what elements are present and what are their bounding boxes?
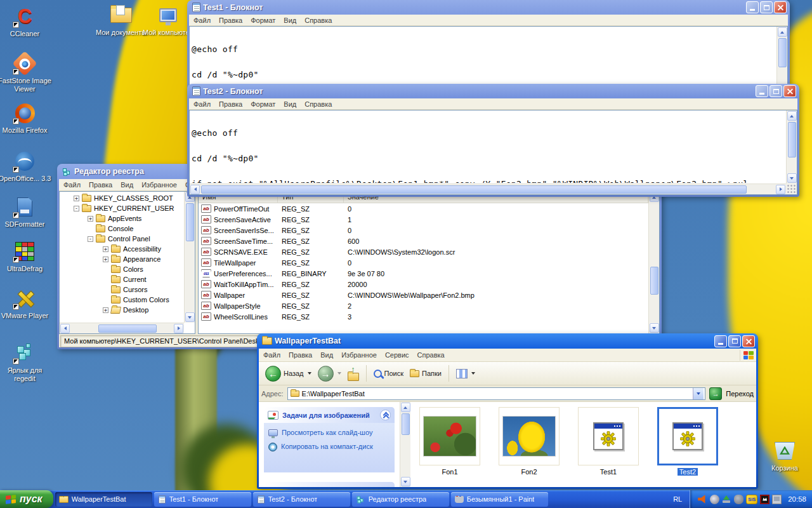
menu-help[interactable]: Справка: [304, 100, 332, 108]
value-row[interactable]: abScreenSaveTime...REG_SZ600: [199, 236, 648, 246]
tree-item-appevents[interactable]: +AppEvents: [61, 213, 184, 224]
go-button-icon[interactable]: →: [709, 387, 722, 400]
sis-utility-icon[interactable]: SiS: [746, 495, 757, 504]
taskbar-task-explorer[interactable]: WallpaperTestBat: [55, 492, 152, 507]
tree-item-custom-colors[interactable]: Custom Colors: [61, 295, 184, 305]
value-row[interactable]: 011UserPreferences...REG_BINARY9e 3e 07 …: [199, 268, 648, 279]
value-row[interactable]: abSCRNSAVE.EXEREG_SZC:\WINDOWS\System32\…: [199, 246, 648, 257]
clock[interactable]: 20:58: [788, 495, 806, 503]
task-view-slideshow[interactable]: Просмотреть как слайд-шоу: [268, 429, 390, 437]
scrollbar-thumb[interactable]: [402, 413, 410, 435]
scrollbar-thumb[interactable]: [98, 324, 157, 333]
scroll-right-button[interactable]: [174, 324, 183, 333]
folders-button[interactable]: Папки: [407, 368, 444, 378]
tree-item-hkey-classes-root[interactable]: +HKEY_CLASSES_ROOT: [61, 193, 184, 203]
scroll-down-button[interactable]: [185, 312, 195, 322]
registry-tree-pane[interactable]: +HKEY_CLASSES_ROOT -HKEY_CURRENT_USER +A…: [59, 191, 195, 334]
menu-view[interactable]: Вид: [121, 181, 133, 189]
minimize-button[interactable]: [714, 335, 727, 347]
tree-item-desktop[interactable]: +Desktop: [61, 305, 184, 315]
desktop-icon-ultradefrag[interactable]: UltraDefrag: [0, 240, 52, 273]
back-button[interactable]: ← Назад: [263, 364, 314, 383]
address-input[interactable]: E:\WallpaperTestBat: [287, 387, 706, 400]
display-icon[interactable]: [772, 495, 782, 504]
menu-file[interactable]: Файл: [263, 351, 280, 359]
menu-format[interactable]: Формат: [251, 100, 275, 108]
value-row[interactable]: abScreenSaveActiveREG_SZ1: [199, 214, 648, 225]
menu-view[interactable]: Вид: [284, 17, 296, 24]
scrollbar-thumb[interactable]: [201, 185, 747, 194]
antivirus-icon[interactable]: [760, 495, 769, 504]
scrollbar-thumb[interactable]: [650, 267, 658, 295]
collapse-chevron-icon[interactable]: [380, 410, 391, 420]
menu-view[interactable]: Вид: [284, 100, 296, 108]
menu-favorites[interactable]: Избранное: [141, 181, 177, 189]
desktop-icon-faststone[interactable]: FastStone Image Viewer: [0, 52, 52, 93]
close-button[interactable]: [783, 85, 796, 97]
explorer-titlebar[interactable]: WallpaperTestBat: [259, 333, 756, 349]
minimize-button[interactable]: [756, 85, 768, 97]
volume-icon[interactable]: [698, 495, 707, 504]
forward-dropdown-caret[interactable]: [337, 372, 341, 375]
menu-edit[interactable]: Правка: [289, 351, 312, 359]
menu-file[interactable]: Файл: [193, 100, 211, 108]
tree-item-accessibility[interactable]: +Accessibility: [61, 244, 184, 254]
menu-view[interactable]: Вид: [320, 351, 333, 359]
menu-file[interactable]: Файл: [63, 181, 81, 189]
value-row[interactable]: abWallpaperREG_SZC:\WINDOWS\Web\Wallpape…: [199, 290, 648, 300]
menu-help[interactable]: Справка: [417, 351, 445, 359]
language-indicator[interactable]: RL: [665, 495, 690, 503]
safely-remove-hardware-icon[interactable]: [722, 495, 731, 504]
test2-titlebar[interactable]: Test2 - Блокнот: [189, 84, 797, 98]
tree-horizontal-scrollbar[interactable]: [60, 323, 184, 333]
minimize-button[interactable]: [746, 1, 759, 13]
registry-values-pane[interactable]: Имя Тип Значение abPowerOffTimeOutREG_SZ…: [198, 191, 660, 334]
up-button[interactable]: ↑: [345, 366, 362, 381]
test1-titlebar[interactable]: Test1 - Блокнот: [189, 0, 788, 15]
go-label[interactable]: Переход: [726, 390, 754, 398]
menu-favorites[interactable]: Избранное: [341, 351, 377, 359]
maximize-button[interactable]: [760, 1, 773, 13]
resize-grip[interactable]: [786, 184, 797, 194]
scroll-up-button[interactable]: [778, 27, 787, 37]
maximize-button[interactable]: [728, 335, 741, 347]
scrollbar-thumb[interactable]: [788, 122, 796, 157]
test2-text-area[interactable]: @echo off cd /d "%~dp0" if not exist "%A…: [189, 110, 797, 195]
tree-item-appearance[interactable]: +Appearance: [61, 254, 184, 264]
task-copy-to-cd[interactable]: Копировать на компакт-диск: [268, 443, 390, 451]
taskbar-task-test2[interactable]: Test2 - Блокнот: [253, 492, 350, 507]
tree-item-hkey-current-user[interactable]: -HKEY_CURRENT_USER: [61, 203, 184, 213]
views-dropdown-caret[interactable]: [471, 372, 475, 375]
tree-item-control-panel[interactable]: -Control Panel: [61, 234, 184, 244]
value-row[interactable]: abWaitToKillAppTim...REG_SZ20000: [199, 279, 648, 290]
scroll-down-button[interactable]: [401, 477, 410, 486]
close-button[interactable]: [742, 335, 755, 347]
menu-edit[interactable]: Правка: [89, 181, 112, 189]
value-row[interactable]: abPowerOffTimeOutREG_SZ0: [199, 203, 648, 214]
value-row[interactable]: abScreenSaverIsSe...REG_SZ0: [199, 225, 648, 236]
scrollbar-thumb[interactable]: [186, 203, 194, 241]
scroll-up-button[interactable]: [787, 111, 797, 121]
values-vertical-scrollbar[interactable]: [648, 192, 659, 333]
file-test1[interactable]: Test1: [578, 407, 639, 476]
start-button[interactable]: пуск: [0, 490, 53, 508]
menu-format[interactable]: Формат: [251, 17, 275, 24]
scrollbar-thumb[interactable]: [778, 38, 787, 67]
tree-vertical-scrollbar[interactable]: [184, 192, 195, 323]
forward-button[interactable]: →: [315, 364, 344, 383]
desktop-icon-recycle-bin[interactable]: Корзина: [757, 439, 812, 472]
file-test2-selected[interactable]: Test2: [657, 407, 718, 476]
desktop-icon-firefox[interactable]: Mozilla Firefox: [0, 102, 52, 135]
menu-file[interactable]: Файл: [193, 17, 211, 24]
value-row[interactable]: abWheelScrollLinesREG_SZ3: [199, 311, 648, 322]
scroll-left-button[interactable]: [190, 185, 200, 194]
file-fon1[interactable]: Fon1: [419, 407, 480, 476]
desktop-icon-sdformatter[interactable]: SDFormatter: [0, 196, 52, 229]
scroll-down-button[interactable]: [650, 323, 659, 333]
scroll-right-button[interactable]: [776, 185, 785, 194]
device-icon[interactable]: [734, 495, 743, 504]
speaker-icon[interactable]: [710, 495, 719, 504]
back-dropdown-caret[interactable]: [308, 372, 311, 375]
vertical-scrollbar[interactable]: [786, 110, 797, 184]
taskbar-task-regedit[interactable]: Редактор реестра: [352, 492, 449, 507]
